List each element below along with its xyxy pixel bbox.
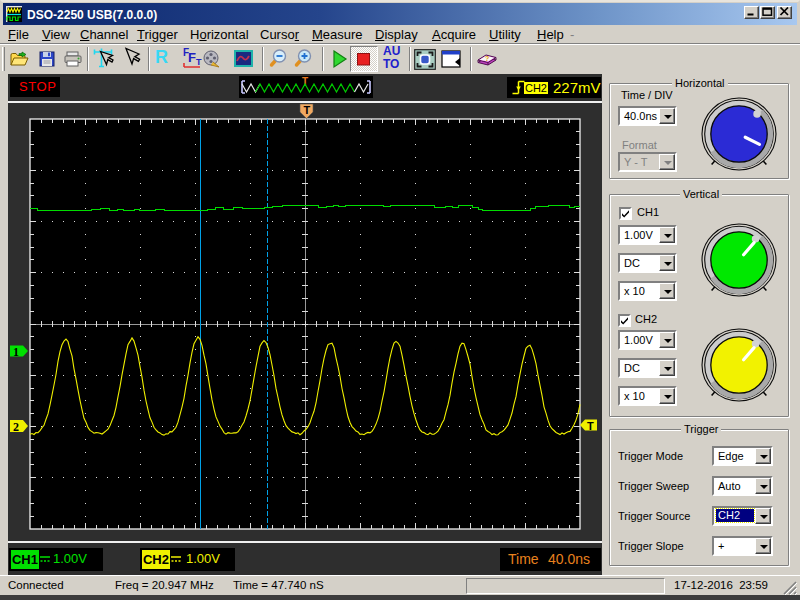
svg-text:F: F [188, 50, 196, 65]
svg-text:1: 1 [13, 345, 19, 359]
svg-text:T: T [302, 76, 308, 87]
svg-text:?: ? [485, 55, 489, 62]
svg-text:T: T [304, 104, 311, 116]
svg-text:2: 2 [13, 420, 19, 434]
svg-text:T: T [587, 420, 594, 432]
